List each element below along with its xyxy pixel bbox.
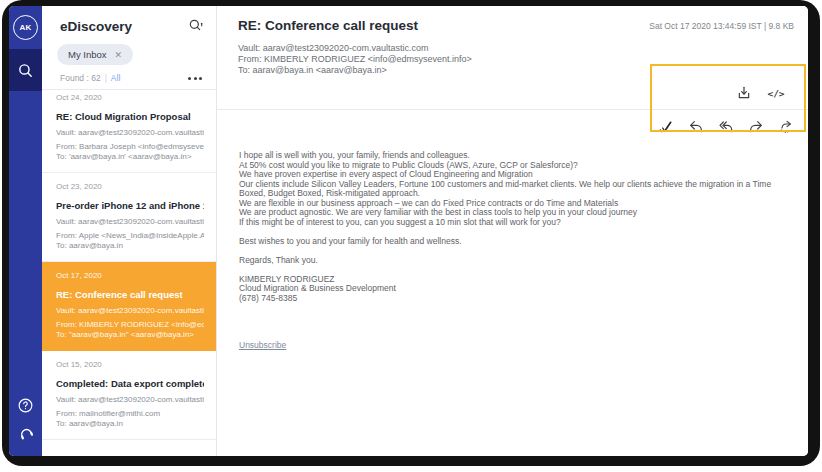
email-vault: Vault: aarav@test23092020-com.vaultastic… bbox=[56, 217, 204, 226]
found-separator: | bbox=[105, 73, 107, 83]
ediscovery-app: AK bbox=[9, 6, 808, 456]
forward-icon bbox=[748, 119, 764, 135]
email-from-line: From: KIMBERLY RODRIGUEZ <info@edmsyseve… bbox=[238, 54, 794, 65]
body-paragraph: Best wishes to you and your family for h… bbox=[239, 237, 778, 247]
body-line: Regards, Thank you. bbox=[239, 256, 778, 266]
search-in-list-icon[interactable] bbox=[188, 18, 204, 34]
download-button[interactable] bbox=[734, 83, 754, 103]
list-item[interactable]: Oct 24, 2020 RE: Cloud Migration Proposa… bbox=[42, 90, 216, 173]
email-subject-title: RE: Conference call request bbox=[238, 18, 418, 33]
email-timestamp: Sat Oct 17 2020 13:44:59 IST | 9.8 KB bbox=[649, 21, 794, 31]
body-paragraph: I hope all is well with you, your family… bbox=[239, 151, 778, 227]
email-from: From: KIMBERLY RODRIGUEZ <info@edmsyse..… bbox=[56, 320, 204, 330]
redirect-button[interactable] bbox=[776, 117, 796, 137]
reply-all-button[interactable] bbox=[716, 117, 736, 137]
email-to: To: aarav@baya.in bbox=[56, 241, 204, 251]
email-subject: Pre-order iPhone 12 and iPhone 12 Pro. bbox=[56, 200, 204, 211]
reply-all-icon bbox=[718, 119, 734, 135]
email-list: Oct 24, 2020 RE: Cloud Migration Proposa… bbox=[42, 90, 216, 456]
body-paragraph: Regards, Thank you. bbox=[239, 256, 778, 266]
reading-pane: RE: Conference call request Sat Oct 17 2… bbox=[217, 6, 808, 456]
email-subject: RE: Conference call request bbox=[56, 289, 204, 300]
page-title: eDiscovery bbox=[60, 19, 132, 34]
email-to-line: To: aarav@baya.in <aarav@baya.in> bbox=[238, 65, 794, 76]
list-item[interactable]: Oct 23, 2020 Pre-order iPhone 12 and iPh… bbox=[42, 173, 216, 262]
email-to: To: 'aarav@baya.in' <aarav@baya.in> bbox=[56, 152, 204, 162]
forward-button[interactable] bbox=[746, 117, 766, 137]
headset-icon bbox=[17, 424, 35, 442]
email-from: From: Barbara Joseph <info@edmsysevent.i… bbox=[56, 142, 204, 152]
annotate-button[interactable] bbox=[656, 117, 676, 137]
help-button[interactable] bbox=[9, 392, 42, 418]
email-subject: Completed: Data export completed for ... bbox=[56, 378, 204, 389]
found-count-label: Found : 62 bbox=[60, 73, 101, 83]
support-button[interactable] bbox=[9, 420, 42, 446]
email-vault-line: Vault: aarav@test23092020-com.vaultastic… bbox=[238, 43, 794, 54]
email-vault: Vault: aarav@test23092020-com.vaultastic… bbox=[56, 306, 204, 315]
email-body: I hope all is well with you, your family… bbox=[217, 141, 808, 313]
body-line: Best wishes to you and your family for h… bbox=[239, 237, 778, 247]
download-icon bbox=[736, 85, 752, 101]
search-icon bbox=[17, 62, 34, 79]
email-date: Oct 17, 2020 bbox=[56, 271, 204, 280]
email-from: From: mailnotifier@mithi.com bbox=[56, 409, 204, 419]
email-list-panel: eDiscovery My Inbox ✕ Found : 62 | All bbox=[42, 6, 217, 456]
email-vault: Vault: aarav@test23092020-com.vaultastic… bbox=[56, 395, 204, 404]
email-to: To: aarav@baya.in bbox=[56, 419, 204, 429]
window-frame: AK bbox=[2, 0, 820, 466]
email-date: Oct 15, 2020 bbox=[56, 360, 204, 369]
body-line: Cloud Migration & Business Development bbox=[239, 284, 778, 294]
reply-button[interactable] bbox=[686, 117, 706, 137]
body-paragraph: KIMBERLY RODRIGUEZCloud Migration & Busi… bbox=[239, 275, 778, 304]
email-from: From: Apple <News_India@InsideApple.Appl… bbox=[56, 231, 204, 241]
body-line: Our clients include Silicon Valley Leade… bbox=[239, 180, 778, 199]
marker-pen-icon bbox=[658, 119, 674, 135]
redirect-icon bbox=[778, 119, 794, 135]
more-options-icon[interactable] bbox=[186, 75, 204, 82]
filter-chip-my-inbox[interactable]: My Inbox ✕ bbox=[57, 44, 133, 65]
email-date: Oct 24, 2020 bbox=[56, 93, 204, 102]
email-date: Oct 23, 2020 bbox=[56, 182, 204, 191]
reply-icon bbox=[688, 119, 704, 135]
code-icon: </> bbox=[767, 88, 784, 99]
nav-rail: AK bbox=[9, 6, 42, 456]
list-item[interactable]: Oct 17, 2020 RE: Conference call request… bbox=[42, 262, 216, 351]
select-all-link[interactable]: All bbox=[111, 73, 120, 83]
email-vault: Vault: aarav@test23092020-com.vaultastic… bbox=[56, 128, 204, 137]
close-icon[interactable]: ✕ bbox=[115, 50, 123, 60]
body-line: If this might be of interest to you, can… bbox=[239, 218, 778, 228]
filter-chip-label: My Inbox bbox=[68, 49, 107, 60]
help-icon bbox=[17, 397, 34, 414]
email-subject: RE: Cloud Migration Proposal bbox=[56, 111, 204, 122]
view-source-button[interactable]: </> bbox=[766, 83, 786, 103]
body-line: (678) 745-8385 bbox=[239, 294, 778, 304]
avatar[interactable]: AK bbox=[13, 15, 38, 40]
list-item[interactable]: Oct 15, 2020 Completed: Data export comp… bbox=[42, 351, 216, 440]
sidebar-item-search[interactable] bbox=[9, 49, 42, 91]
unsubscribe-link[interactable]: Unsubscribe bbox=[239, 340, 286, 350]
email-to: To: "aarav@baya.in" <aarav@baya.in> bbox=[56, 330, 204, 340]
